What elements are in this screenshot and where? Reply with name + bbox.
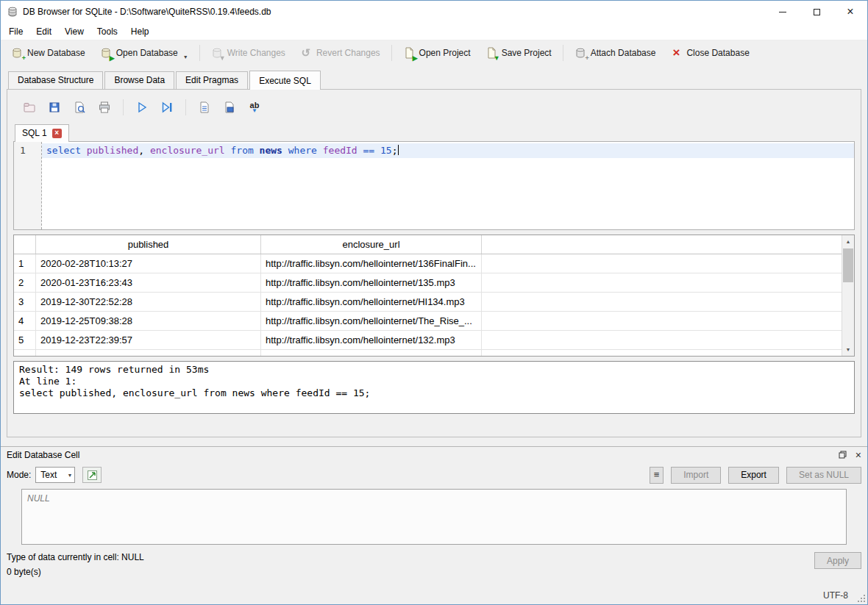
vertical-scrollbar[interactable]: ▲ ▼ xyxy=(842,235,854,356)
open-sql-file-icon xyxy=(48,101,61,114)
toolbar-separator xyxy=(185,99,186,115)
new-database-label: New Database xyxy=(27,48,85,58)
table-row[interactable]: 2 2020-01-23T16:23:43 http://traffic.lib… xyxy=(14,273,842,293)
mode-select[interactable]: Text ▼ xyxy=(35,467,75,483)
close-button[interactable]: × xyxy=(833,1,867,23)
app-database-icon xyxy=(7,6,18,18)
save-project-icon: ▼ xyxy=(485,47,497,59)
sql-tab-1[interactable]: SQL 1 × xyxy=(15,124,69,142)
table-row[interactable]: 5 2019-12-23T22:39:57 http://traffic.lib… xyxy=(14,331,842,350)
attach-database-button[interactable]: + Attach Database xyxy=(567,43,664,62)
print-button[interactable] xyxy=(94,97,115,118)
open-project-button[interactable]: ▶ Open Project xyxy=(396,43,478,62)
cell-enclosure-url[interactable]: http://traffic.libsyn.com/hellointernet/… xyxy=(261,312,482,330)
table-row[interactable]: 6 2019-11-18T21:23:23 http://traffic.lib… xyxy=(14,350,842,356)
close-icon: × xyxy=(847,6,853,18)
save-sql-file-icon xyxy=(73,101,86,114)
edit-cell-dock: Edit Database Cell × Mode: Text ▼ ≡ Impo… xyxy=(1,446,867,586)
table-row[interactable]: 3 2019-12-30T22:52:28 http://traffic.lib… xyxy=(14,293,842,312)
tab-database-structure[interactable]: Database Structure xyxy=(8,71,103,89)
find-replace-button[interactable]: ab▼ xyxy=(244,97,265,118)
menu-view[interactable]: View xyxy=(58,23,90,40)
export-results-icon xyxy=(198,101,211,114)
cell-published[interactable]: 2019-11-18T21:23:23 xyxy=(36,350,261,356)
column-header-enclosure-url[interactable]: enclosure_url xyxy=(261,235,482,254)
table-row[interactable]: 1 2020-02-28T10:13:27 http://traffic.lib… xyxy=(14,254,842,273)
cell-enclosure-url[interactable]: http://traffic.libsyn.com/hellointernet/… xyxy=(261,331,482,349)
table-row[interactable]: 4 2019-12-25T09:38:28 http://traffic.lib… xyxy=(14,312,842,331)
export-button[interactable]: Export xyxy=(728,467,779,484)
cell-published[interactable]: 2019-12-30T22:52:28 xyxy=(36,293,261,311)
close-database-label: Close Database xyxy=(686,48,749,58)
text-cursor xyxy=(398,145,399,155)
tab-edit-pragmas[interactable]: Edit Pragmas xyxy=(176,71,248,89)
column-header-published[interactable]: published xyxy=(36,235,261,254)
execute-current-line-icon xyxy=(160,101,174,114)
save-results-view-button[interactable] xyxy=(219,97,240,118)
encoding-indicator[interactable]: UTF-8 xyxy=(823,590,848,601)
title-bar: DB Browser for SQLite - D:\Software\Quit… xyxy=(1,1,867,23)
main-toolbar: + New Database ▶ Open Database ▼ ▼ Write… xyxy=(1,40,867,65)
editor-code-area[interactable]: select published, enclosure_url from new… xyxy=(42,142,854,229)
line-number: 1 xyxy=(14,142,41,158)
dock-splitter[interactable] xyxy=(1,437,867,446)
dock-header: Edit Database Cell × xyxy=(1,447,867,462)
float-dock-icon[interactable] xyxy=(839,451,847,459)
execute-sql-page: ab▼ SQL 1 × 1 select published, enclosur… xyxy=(7,89,861,437)
tab-browse-data[interactable]: Browse Data xyxy=(104,71,174,89)
cell-published[interactable]: 2019-12-23T22:39:57 xyxy=(36,331,261,349)
revert-changes-icon: ↺ xyxy=(300,47,312,59)
close-tab-icon[interactable]: × xyxy=(52,129,62,138)
minimize-button[interactable] xyxy=(766,1,800,23)
row-number: 2 xyxy=(14,273,36,292)
set-as-null-button: Set as NULL xyxy=(786,467,861,484)
save-sql-file-button[interactable] xyxy=(69,97,90,118)
open-tab-button[interactable] xyxy=(19,97,40,118)
save-project-button[interactable]: ▼ Save Project xyxy=(478,43,559,62)
word-wrap-button[interactable]: ≡ xyxy=(650,467,664,484)
open-database-label: Open Database xyxy=(116,48,178,58)
menu-help[interactable]: Help xyxy=(124,23,156,40)
scrollbar-thumb[interactable] xyxy=(843,248,853,282)
open-database-button[interactable]: ▶ Open Database ▼ xyxy=(93,43,196,62)
scroll-up-icon[interactable]: ▲ xyxy=(842,235,854,248)
open-tab-icon xyxy=(23,101,36,114)
new-database-button[interactable]: + New Database xyxy=(4,43,93,62)
open-in-external-button[interactable] xyxy=(82,467,102,483)
cell-enclosure-url[interactable]: http://traffic.libsyn.com/hellointernet/… xyxy=(261,350,482,356)
execute-all-icon xyxy=(135,101,149,114)
execute-current-line-button[interactable] xyxy=(157,97,177,118)
cell-enclosure-url[interactable]: http://traffic.libsyn.com/hellointernet/… xyxy=(261,254,482,273)
menu-tools[interactable]: Tools xyxy=(90,23,124,40)
attach-database-label: Attach Database xyxy=(591,48,656,58)
row-number: 5 xyxy=(14,331,36,349)
dock-close-icon[interactable]: × xyxy=(855,450,861,460)
sql-editor[interactable]: 1 select published, enclosure_url from n… xyxy=(13,141,855,230)
menu-edit[interactable]: Edit xyxy=(29,23,58,40)
close-database-button[interactable]: × Close Database xyxy=(663,43,756,62)
toolbar-separator xyxy=(563,45,563,61)
cell-enclosure-url[interactable]: http://traffic.libsyn.com/hellointernet/… xyxy=(261,273,482,292)
spacer xyxy=(1,65,867,71)
chevron-down-icon[interactable]: ▼ xyxy=(183,54,188,62)
word-wrap-icon: ≡ xyxy=(654,469,660,480)
menu-bar: File Edit View Tools Help xyxy=(1,23,867,40)
execute-all-button[interactable] xyxy=(132,97,152,118)
open-sql-file-button[interactable] xyxy=(44,97,65,118)
write-changes-button: ▼ Write Changes xyxy=(204,43,293,62)
scroll-down-icon[interactable]: ▼ xyxy=(842,343,854,356)
find-replace-icon: ab▼ xyxy=(250,101,260,113)
cell-published[interactable]: 2020-02-28T10:13:27 xyxy=(36,254,261,273)
attach-database-icon: + xyxy=(574,47,586,59)
resize-grip-icon[interactable] xyxy=(856,593,866,603)
cell-published[interactable]: 2020-01-23T16:23:43 xyxy=(36,273,261,292)
cell-content-editor[interactable]: NULL xyxy=(21,489,847,545)
write-changes-label: Write Changes xyxy=(227,48,285,58)
cell-enclosure-url[interactable]: http://traffic.libsyn.com/hellointernet/… xyxy=(261,293,482,311)
export-results-button[interactable] xyxy=(194,97,215,118)
tab-execute-sql[interactable]: Execute SQL xyxy=(249,71,321,90)
menu-file[interactable]: File xyxy=(2,23,29,40)
maximize-button[interactable] xyxy=(800,1,833,23)
cell-published[interactable]: 2019-12-25T09:38:28 xyxy=(36,312,261,330)
sql-code-line[interactable]: select published, enclosure_url from new… xyxy=(42,143,854,158)
